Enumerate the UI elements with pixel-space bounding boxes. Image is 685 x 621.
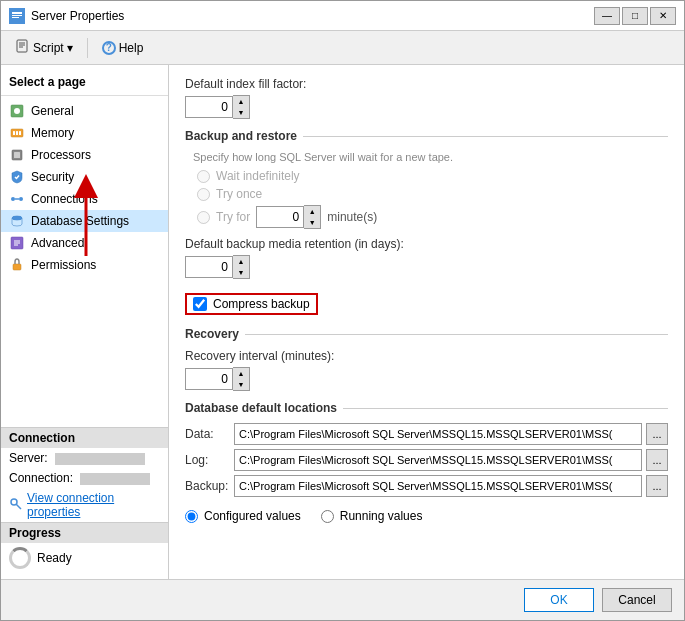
wait-indefinitely-label: Wait indefinitely xyxy=(216,169,300,183)
view-connection-link[interactable]: View connection properties xyxy=(27,491,160,519)
compress-backup-checkbox[interactable] xyxy=(193,297,207,311)
progress-status: Ready xyxy=(37,551,72,565)
recovery-interval-input[interactable]: ▲ ▼ xyxy=(185,367,668,391)
media-retention-label: Default backup media retention (in days)… xyxy=(185,237,668,251)
close-button[interactable]: ✕ xyxy=(650,7,676,25)
cancel-button[interactable]: Cancel xyxy=(602,588,672,612)
sidebar-item-memory[interactable]: Memory xyxy=(1,122,168,144)
try-once-option[interactable]: Try once xyxy=(197,187,668,201)
toolbar: Script ▾ ? Help xyxy=(1,31,684,65)
try-for-up[interactable]: ▲ xyxy=(304,206,320,217)
try-once-radio[interactable] xyxy=(197,188,210,201)
sidebar-spacer xyxy=(1,269,168,427)
recovery-label: Recovery xyxy=(185,327,239,341)
connections-icon xyxy=(9,191,25,207)
main-content: Select a page General Memory xyxy=(1,65,684,579)
backup-path-field: Backup: ... xyxy=(185,475,668,497)
try-for-option[interactable]: Try for ▲ ▼ minute(s) xyxy=(197,205,668,229)
index-fill-up[interactable]: ▲ xyxy=(233,96,249,107)
index-fill-factor-group: Default index fill factor: ▲ ▼ xyxy=(185,77,668,119)
recovery-interval-field[interactable] xyxy=(185,368,233,390)
recovery-interval-spinners: ▲ ▼ xyxy=(233,367,250,391)
svg-rect-4 xyxy=(17,40,27,52)
media-retention-spinners: ▲ ▼ xyxy=(233,255,250,279)
toolbar-divider xyxy=(87,38,88,58)
compress-backup-highlighted: Compress backup xyxy=(185,293,318,315)
sidebar-item-general[interactable]: General xyxy=(1,100,168,122)
backup-browse-button[interactable]: ... xyxy=(646,475,668,497)
progress-spinner xyxy=(9,547,31,569)
media-retention-up[interactable]: ▲ xyxy=(233,256,249,267)
media-retention-field[interactable] xyxy=(185,256,233,278)
general-icon xyxy=(9,103,25,119)
try-for-field[interactable] xyxy=(256,206,304,228)
wait-indefinitely-radio[interactable] xyxy=(197,170,210,183)
backup-path-label: Backup: xyxy=(185,479,230,493)
running-values-option[interactable]: Running values xyxy=(321,509,423,523)
data-path-label: Data: xyxy=(185,427,230,441)
sidebar-full: Select a page General Memory xyxy=(1,71,168,573)
server-label: Server: xyxy=(9,451,48,465)
minimize-button[interactable]: — xyxy=(594,7,620,25)
index-fill-input[interactable]: ▲ ▼ xyxy=(185,95,668,119)
recovery-interval-up[interactable]: ▲ xyxy=(233,368,249,379)
sidebar-item-database-settings[interactable]: Database Settings xyxy=(1,210,168,232)
configured-values-radio[interactable] xyxy=(185,510,198,523)
sidebar-item-security-label: Security xyxy=(31,170,74,184)
minutes-label: minute(s) xyxy=(327,210,377,224)
try-once-label: Try once xyxy=(216,187,262,201)
svg-point-17 xyxy=(19,197,23,201)
backup-restore-divider: Backup and restore xyxy=(185,129,668,143)
bottom-radios: Configured values Running values xyxy=(185,509,668,523)
progress-section-header: Progress xyxy=(1,523,168,543)
log-path-field: Log: ... xyxy=(185,449,668,471)
script-button[interactable]: Script ▾ xyxy=(9,36,80,59)
svg-rect-3 xyxy=(12,17,19,18)
data-browse-button[interactable]: ... xyxy=(646,423,668,445)
configured-values-option[interactable]: Configured values xyxy=(185,509,301,523)
connection-row: Connection: xyxy=(1,468,168,488)
running-values-radio[interactable] xyxy=(321,510,334,523)
media-retention-down[interactable]: ▼ xyxy=(233,267,249,278)
data-path-input[interactable] xyxy=(234,423,642,445)
maximize-button[interactable]: □ xyxy=(622,7,648,25)
recovery-interval-group: Recovery interval (minutes): ▲ ▼ xyxy=(185,349,668,391)
recovery-interval-down[interactable]: ▼ xyxy=(233,379,249,390)
ok-button[interactable]: OK xyxy=(524,588,594,612)
log-browse-button[interactable]: ... xyxy=(646,449,668,471)
try-for-input[interactable]: ▲ ▼ xyxy=(256,205,321,229)
db-locations-line xyxy=(343,408,668,409)
help-button[interactable]: ? Help xyxy=(95,38,151,58)
svg-rect-2 xyxy=(12,15,22,16)
wait-indefinitely-option[interactable]: Wait indefinitely xyxy=(197,169,668,183)
window-title: Server Properties xyxy=(31,9,594,23)
backup-hint: Specify how long SQL Server will wait fo… xyxy=(193,151,668,163)
media-retention-group: Default backup media retention (in days)… xyxy=(185,237,668,279)
backup-path-input[interactable] xyxy=(234,475,642,497)
script-icon xyxy=(16,39,30,56)
try-for-radio[interactable] xyxy=(197,211,210,224)
connection-value xyxy=(80,473,150,485)
media-retention-input[interactable]: ▲ ▼ xyxy=(185,255,668,279)
index-fill-down[interactable]: ▼ xyxy=(233,107,249,118)
recovery-line xyxy=(245,334,668,335)
view-connection-row[interactable]: View connection properties xyxy=(1,488,168,522)
script-label: Script xyxy=(33,41,64,55)
tape-wait-radio-group: Wait indefinitely Try once Try for ▲ ▼ xyxy=(197,169,668,229)
sidebar-item-connections[interactable]: Connections xyxy=(1,188,168,210)
sidebar-header: Select a page xyxy=(1,71,168,96)
server-value xyxy=(55,453,145,465)
sidebar-item-advanced[interactable]: Advanced xyxy=(1,232,168,254)
sidebar-item-security[interactable]: Security xyxy=(1,166,168,188)
sidebar-item-advanced-label: Advanced xyxy=(31,236,84,250)
try-for-down[interactable]: ▼ xyxy=(304,217,320,228)
db-locations-divider: Database default locations xyxy=(185,401,668,415)
title-bar: Server Properties — □ ✕ xyxy=(1,1,684,31)
index-fill-field[interactable] xyxy=(185,96,233,118)
log-path-input[interactable] xyxy=(234,449,642,471)
progress-status-row: Ready xyxy=(1,543,168,573)
sidebar-item-connections-label: Connections xyxy=(31,192,98,206)
sidebar-item-processors[interactable]: Processors xyxy=(1,144,168,166)
sidebar-item-general-label: General xyxy=(31,104,74,118)
svg-rect-1 xyxy=(12,12,22,14)
